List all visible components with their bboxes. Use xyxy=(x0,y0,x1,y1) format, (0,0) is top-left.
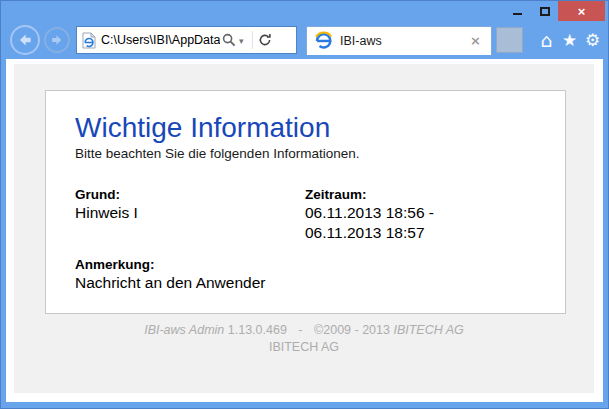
refresh-button[interactable] xyxy=(258,33,272,47)
minimize-button[interactable] xyxy=(504,1,531,21)
page-footer: IBI-aws Admin 1.13.0.469 - ©2009 - 2013 … xyxy=(14,322,594,355)
page-title: Wichtige Information xyxy=(75,112,545,144)
favorites-button[interactable]: ★ xyxy=(558,32,581,49)
ie-page-icon xyxy=(82,32,96,49)
ie-logo-icon xyxy=(314,31,333,50)
address-bar-divider xyxy=(252,31,253,49)
page-body: Wichtige Information Bitte beachten Sie … xyxy=(14,64,594,393)
footer-app-name: IBI-aws Admin xyxy=(144,323,224,337)
maximize-icon xyxy=(540,7,550,16)
browser-viewport: Wichtige Information Bitte beachten Sie … xyxy=(6,59,603,402)
url-field[interactable]: C:\Users\IBI\AppData\Roam xyxy=(101,33,220,47)
forward-button[interactable] xyxy=(44,27,70,53)
titlebar[interactable]: × xyxy=(1,1,608,21)
browser-window: × xyxy=(0,0,609,409)
close-icon: × xyxy=(578,4,586,19)
autocomplete-caret-icon[interactable]: ▾ xyxy=(239,36,244,46)
info-card: Wichtige Information Bitte beachten Sie … xyxy=(45,90,566,314)
forward-arrow-icon xyxy=(50,33,64,47)
back-arrow-icon xyxy=(17,32,33,48)
close-button[interactable]: × xyxy=(558,1,605,21)
footer-line1: IBI-aws Admin 1.13.0.469 - ©2009 - 2013 … xyxy=(14,322,594,338)
star-icon: ★ xyxy=(562,30,577,50)
maximize-button[interactable] xyxy=(531,1,558,21)
footer-company: IBITECH AG xyxy=(393,323,463,337)
anmerkung-value: Nachricht an den Anwender xyxy=(75,273,545,293)
footer-version: 1.13.0.469 xyxy=(228,323,287,337)
footer-copyright: ©2009 - 2013 xyxy=(314,323,390,337)
zeitraum-value-line1: 06.11.2013 18:56 - xyxy=(305,203,545,223)
field-zeitraum: Zeitraum: 06.11.2013 18:56 - 06.11.2013 … xyxy=(305,186,545,243)
browser-toolbar: C:\Users\IBI\AppData\Roam ▾ xyxy=(1,21,608,59)
minimize-icon xyxy=(513,13,522,15)
home-button[interactable]: ⌂ xyxy=(535,31,558,50)
home-icon: ⌂ xyxy=(540,29,552,51)
gear-icon: ⚙ xyxy=(585,30,600,50)
tab-title: IBI-aws xyxy=(340,34,467,48)
zeitraum-value-line2: 06.11.2013 18:57 xyxy=(305,223,545,243)
field-anmerkung: Anmerkung: Nachricht an den Anwender xyxy=(75,256,545,293)
back-button[interactable] xyxy=(10,25,40,55)
new-tab-button[interactable] xyxy=(496,27,523,53)
grund-value: Hinweis I xyxy=(75,203,305,223)
footer-separator: - xyxy=(298,323,302,337)
anmerkung-label: Anmerkung: xyxy=(75,256,545,273)
settings-button[interactable]: ⚙ xyxy=(581,32,604,49)
search-button[interactable] xyxy=(222,33,236,47)
field-grund: Grund: Hinweis I xyxy=(75,186,305,243)
tab-close-button[interactable]: × xyxy=(467,33,484,48)
zeitraum-label: Zeitraum: xyxy=(305,186,545,203)
browser-tab[interactable]: IBI-aws × xyxy=(306,26,492,55)
address-bar[interactable]: C:\Users\IBI\AppData\Roam ▾ xyxy=(76,26,297,54)
grund-label: Grund: xyxy=(75,186,305,203)
footer-line2: IBITECH AG xyxy=(14,339,594,355)
page-subtitle: Bitte beachten Sie die folgenden Informa… xyxy=(75,145,545,162)
